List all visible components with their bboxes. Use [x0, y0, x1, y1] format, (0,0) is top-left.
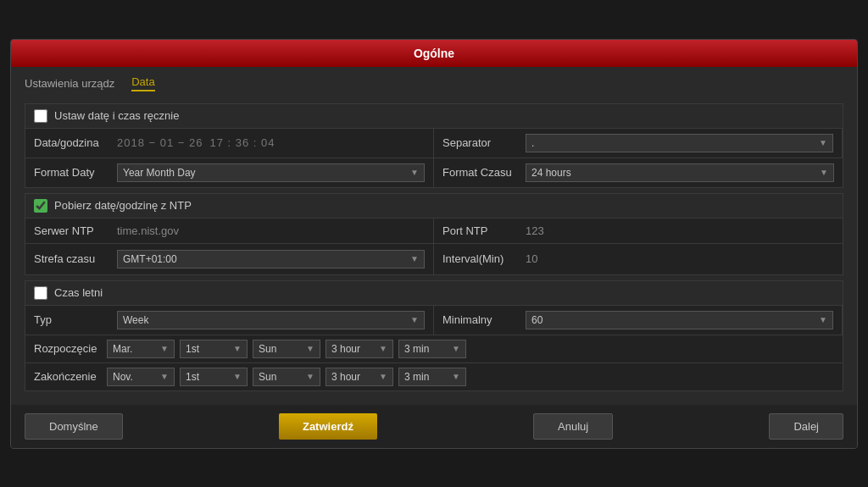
chevron-down-icon: ▼: [379, 372, 387, 381]
chevron-down-icon: ▼: [410, 254, 419, 263]
manual-section: Ustaw datę i czas ręcznie Data/godzina 2…: [25, 103, 843, 188]
dst-minimalny-row: Minimalny 60 ▼: [434, 306, 843, 335]
date-row: Data/godzina 2018 − 01 − 26 17 : 36 : 04: [25, 129, 434, 158]
ntp-port-value: 123: [526, 224, 544, 237]
tab-data[interactable]: Data: [131, 75, 154, 91]
dst-title: Czas letni: [54, 286, 103, 299]
tabs: Ustawienia urządz Data: [25, 75, 843, 95]
ntp-timezone-select[interactable]: GMT+01:00 ▼: [117, 250, 425, 268]
ntp-timezone-row: Strefa czasu GMT+01:00 ▼: [25, 244, 434, 274]
dst-section-header: Czas letni: [25, 281, 843, 305]
date-value: 2018 − 01 − 26: [117, 136, 203, 149]
chevron-down-icon: ▼: [819, 315, 827, 324]
dst-end-day-select[interactable]: Sun ▼: [253, 368, 320, 386]
dst-start-month-select[interactable]: Mar. ▼: [107, 340, 175, 358]
chevron-down-icon: ▼: [233, 344, 242, 353]
next-button[interactable]: Dalej: [769, 413, 843, 440]
chevron-down-icon: ▼: [452, 372, 460, 381]
manual-form-grid: Data/godzina 2018 − 01 − 26 17 : 36 : 04…: [25, 128, 843, 187]
dst-end-week-select[interactable]: 1st ▼: [180, 368, 248, 386]
chevron-down-icon: ▼: [160, 372, 169, 381]
ntp-title: Pobierz datę/godzinę z NTP: [54, 199, 192, 212]
dst-end-label: Zakończenie: [34, 370, 102, 383]
dst-start-week-select[interactable]: 1st ▼: [180, 340, 248, 358]
chevron-down-icon: ▼: [233, 372, 242, 381]
dialog-title: Ogólne: [414, 47, 454, 60]
ntp-checkbox[interactable]: [34, 199, 47, 213]
dst-start-label: Rozpoczęcie: [34, 342, 102, 355]
manual-title: Ustaw datę i czas ręcznie: [54, 109, 179, 122]
chevron-down-icon: ▼: [820, 168, 828, 177]
ntp-server-label: Serwer NTP: [34, 224, 110, 237]
ntp-interval-value: 10: [526, 252, 537, 265]
separator-select[interactable]: . ▼: [526, 134, 833, 152]
dst-top-grid: Typ Week ▼ Minimalny 60 ▼: [25, 305, 843, 335]
dst-checkbox[interactable]: [34, 286, 47, 300]
dst-section: Czas letni Typ Week ▼ Minimalny 60 ▼: [25, 280, 843, 391]
content: Ustawienia urządz Data Ustaw datę i czas…: [11, 67, 857, 405]
ntp-server-row: Serwer NTP time.nist.gov: [25, 219, 434, 244]
format-czasu-row: Format Czasu 24 hours ▼: [434, 158, 843, 187]
dst-end-min-select[interactable]: 3 min ▼: [398, 368, 466, 386]
dst-typ-select[interactable]: Week ▼: [117, 311, 425, 329]
dst-start-min-select[interactable]: 3 min ▼: [398, 340, 466, 358]
manual-checkbox[interactable]: [34, 109, 47, 123]
format-daty-row: Format Daty Year Month Day ▼: [25, 158, 434, 187]
ntp-server-value: time.nist.gov: [117, 224, 179, 237]
format-daty-select[interactable]: Year Month Day ▼: [117, 163, 425, 182]
separator-row: Separator . ▼: [434, 129, 843, 158]
chevron-down-icon: ▼: [819, 138, 827, 147]
separator-label: Separator: [442, 136, 519, 149]
dst-end-row: Zakończenie Nov. ▼ 1st ▼ Sun ▼ 3 hour ▼: [25, 363, 843, 390]
title-bar: Ogólne: [11, 40, 857, 67]
format-daty-label: Format Daty: [34, 166, 110, 179]
ntp-interval-label: Interval(Min): [442, 252, 519, 265]
chevron-down-icon: ▼: [160, 344, 169, 353]
ntp-section-header: Pobierz datę/godzinę z NTP: [25, 194, 843, 218]
ntp-timezone-label: Strefa czasu: [34, 252, 110, 265]
dst-start-day-select[interactable]: Sun ▼: [253, 340, 320, 358]
ntp-interval-row: Interval(Min) 10: [434, 244, 843, 274]
chevron-down-icon: ▼: [306, 372, 314, 381]
chevron-down-icon: ▼: [306, 344, 314, 353]
tab-device-settings[interactable]: Ustawienia urządz: [25, 77, 114, 90]
ntp-grid: Serwer NTP time.nist.gov Port NTP 123 St…: [25, 218, 843, 274]
format-czasu-select[interactable]: 24 hours ▼: [526, 163, 834, 182]
ntp-port-label: Port NTP: [442, 224, 519, 237]
format-czasu-label: Format Czasu: [442, 166, 519, 179]
chevron-down-icon: ▼: [410, 315, 419, 324]
manual-section-header: Ustaw datę i czas ręcznie: [25, 104, 843, 128]
ntp-port-row: Port NTP 123: [434, 219, 843, 244]
date-label: Data/godzina: [34, 136, 110, 149]
dialog: Ogólne Ustawienia urządz Data Ustaw datę…: [10, 39, 858, 449]
ntp-section: Pobierz datę/godzinę z NTP Serwer NTP ti…: [25, 193, 843, 275]
time-value: 17 : 36 : 04: [209, 136, 275, 149]
chevron-down-icon: ▼: [452, 344, 460, 353]
dst-typ-label: Typ: [34, 313, 110, 326]
default-button[interactable]: Domyślne: [25, 413, 123, 440]
cancel-button[interactable]: Anuluj: [533, 413, 613, 440]
dst-start-row: Rozpoczęcie Mar. ▼ 1st ▼ Sun ▼ 3 hour ▼: [25, 335, 843, 363]
chevron-down-icon: ▼: [410, 168, 419, 177]
dst-typ-row: Typ Week ▼: [25, 306, 434, 335]
dst-start-hour-select[interactable]: 3 hour ▼: [326, 340, 393, 358]
chevron-down-icon: ▼: [379, 344, 387, 353]
dst-minimalny-select[interactable]: 60 ▼: [526, 311, 833, 329]
footer: Domyślne Zatwierdź Anuluj Dalej: [11, 405, 857, 448]
save-button[interactable]: Zatwierdź: [279, 413, 377, 440]
dst-end-month-select[interactable]: Nov. ▼: [107, 368, 175, 386]
dst-minimalny-label: Minimalny: [442, 313, 519, 326]
dst-end-hour-select[interactable]: 3 hour ▼: [326, 368, 393, 386]
